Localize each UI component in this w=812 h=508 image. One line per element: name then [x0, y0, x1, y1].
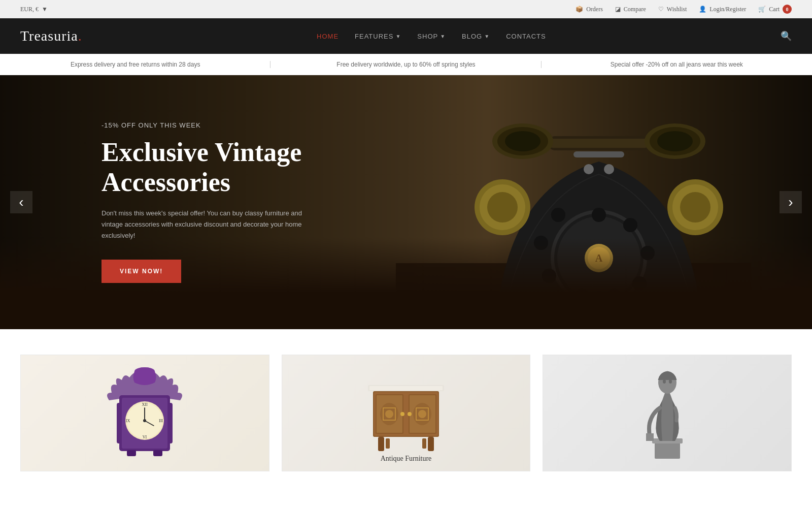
svg-point-75	[663, 379, 666, 384]
product-card-furniture[interactable]: Antique Furniture	[282, 355, 531, 471]
compare-link[interactable]: ◪ Compare	[615, 6, 646, 13]
currency-label: EUR, €	[20, 6, 39, 13]
svg-text:VI: VI	[143, 435, 147, 439]
svg-point-67	[408, 412, 412, 416]
cart-label: Cart	[769, 6, 780, 13]
wishlist-link[interactable]: ♡ Wishlist	[658, 6, 687, 13]
svg-point-28	[487, 192, 518, 223]
logo-text: Treasuria.	[20, 28, 82, 44]
logo[interactable]: Treasuria.	[20, 28, 82, 44]
svg-rect-55	[369, 386, 443, 390]
nav-contacts[interactable]: CONTACTS	[506, 33, 546, 40]
promo-item-1: Express delivery and free returns within…	[0, 61, 270, 68]
hero-content: -15% OFF ONLY THIS WEEK Exclusive Vintag…	[0, 121, 315, 283]
box-icon: 📦	[576, 6, 583, 13]
svg-rect-70	[386, 438, 390, 449]
svg-rect-77	[646, 433, 654, 441]
products-grid: XII III VI IX	[20, 355, 792, 471]
chevron-down-icon: ▼	[395, 34, 401, 39]
compare-icon: ◪	[615, 6, 621, 13]
svg-text:XII: XII	[142, 402, 148, 407]
svg-point-25	[505, 131, 540, 151]
login-link[interactable]: 👤 Login/Register	[699, 6, 746, 13]
svg-point-12	[623, 218, 637, 232]
statue-image	[543, 355, 791, 471]
product-card-clock[interactable]: XII III VI IX	[20, 355, 269, 471]
hero-section: A	[0, 75, 812, 329]
svg-rect-53	[168, 403, 173, 443]
svg-text:III: III	[159, 419, 163, 423]
nav-features[interactable]: FEATURES ▼	[355, 33, 401, 40]
svg-point-34	[680, 192, 710, 223]
compare-label: Compare	[624, 6, 646, 13]
top-bar-actions: 📦 Orders ◪ Compare ♡ Wishlist 👤 Login/Re…	[576, 5, 792, 14]
orders-link[interactable]: 📦 Orders	[576, 6, 603, 13]
nav-home[interactable]: HOME	[317, 33, 339, 40]
svg-point-37	[604, 164, 614, 174]
cart-count: 0	[783, 5, 792, 14]
carousel-next-button[interactable]: ›	[780, 191, 802, 213]
clock-image: XII III VI IX	[21, 355, 269, 471]
heart-icon: ♡	[658, 6, 664, 13]
nav-links: HOME FEATURES ▼ SHOP ▼ BLOG ▼ CONTACTS	[317, 33, 546, 40]
svg-point-66	[400, 412, 404, 416]
hero-title: Exclusive VintageAccessories	[101, 137, 315, 198]
svg-rect-52	[117, 403, 121, 443]
login-label: Login/Register	[709, 6, 746, 13]
chevron-down-icon: ▼	[440, 34, 446, 39]
svg-point-65	[418, 410, 426, 418]
search-icon[interactable]: 🔍	[781, 30, 792, 42]
carousel-prev-button[interactable]: ‹	[10, 191, 32, 213]
furniture-label: Antique Furniture	[381, 455, 432, 463]
svg-point-11	[592, 208, 606, 222]
svg-rect-22	[548, 139, 650, 148]
top-bar: EUR, € ▼ 📦 Orders ◪ Compare ♡ Wishlist 👤…	[0, 0, 812, 18]
cart-icon: 🛒	[758, 6, 766, 13]
hero-cta-button[interactable]: VIEW NOW!	[101, 260, 181, 283]
svg-rect-72	[655, 441, 680, 459]
svg-rect-51	[153, 450, 162, 456]
svg-rect-71	[422, 438, 426, 449]
svg-point-15	[551, 208, 565, 222]
hero-subtitle: -15% OFF ONLY THIS WEEK	[101, 121, 315, 129]
promo-bar: Express delivery and free returns within…	[0, 54, 812, 75]
currency-chevron: ▼	[42, 6, 48, 13]
svg-point-49	[143, 419, 146, 422]
svg-rect-35	[573, 151, 624, 157]
wishlist-label: Wishlist	[667, 6, 687, 13]
svg-point-76	[669, 379, 672, 384]
promo-item-3: Special offer -20% off on all jeans wear…	[542, 61, 812, 68]
currency-selector[interactable]: EUR, € ▼	[20, 6, 48, 13]
chevron-down-icon: ▼	[484, 34, 490, 39]
navbar: Treasuria. HOME FEATURES ▼ SHOP ▼ BLOG ▼…	[0, 18, 812, 54]
svg-rect-69	[428, 437, 434, 451]
nav-blog[interactable]: BLOG ▼	[462, 33, 490, 40]
svg-point-64	[385, 410, 393, 418]
svg-rect-68	[378, 437, 384, 451]
user-icon: 👤	[699, 6, 706, 13]
products-section: XII III VI IX	[0, 329, 812, 471]
orders-label: Orders	[586, 6, 603, 13]
cart-link[interactable]: 🛒 Cart 0	[758, 5, 792, 14]
svg-rect-50	[127, 450, 136, 456]
svg-text:IX: IX	[126, 419, 130, 423]
promo-item-2: Free delivery worldwide, up to 60% off s…	[270, 61, 541, 68]
hero-description: Don't miss this week's special offer! Yo…	[101, 208, 315, 241]
svg-point-36	[584, 164, 594, 174]
svg-point-31	[657, 131, 693, 151]
product-card-statue[interactable]	[543, 355, 792, 471]
furniture-image	[282, 355, 530, 471]
nav-shop[interactable]: SHOP ▼	[417, 33, 446, 40]
